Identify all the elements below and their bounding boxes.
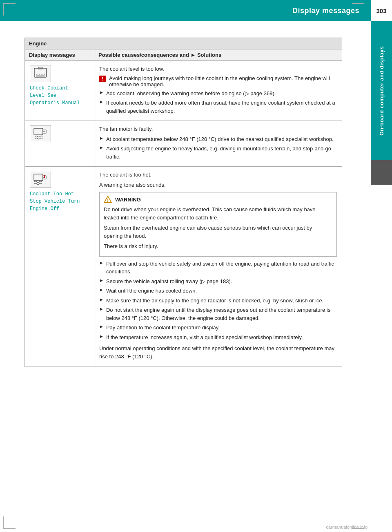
corner-bl — [3, 516, 16, 529]
intro-text-3a: The coolant is too hot. — [99, 171, 337, 179]
page-number: 303 — [371, 0, 392, 21]
bullet-text-2-2: Avoid subjecting the engine to heavy loa… — [106, 145, 337, 161]
warning-para-1: Do not drive when your engine is overhea… — [104, 206, 332, 221]
causes-text-3: The coolant is too hot. A warning tone a… — [99, 171, 337, 360]
bullet-1-2: ► If coolant needs to be added more ofte… — [99, 99, 337, 115]
bullet-text-2-1: At coolant temperatures below 248 °F (12… — [106, 135, 334, 143]
causes-cell-2: The fan motor is faulty. ► At coolant te… — [94, 121, 342, 167]
arrow-icon: ► — [99, 260, 104, 265]
sidebar-tab-label: On-board computer and displays — [379, 46, 385, 136]
coolant-hot-icon — [33, 173, 48, 186]
arrow-icon: ► — [99, 306, 104, 311]
watermark: carmanualonline.info — [326, 525, 368, 530]
arrow-icon: ► — [99, 278, 104, 283]
coolant-check-label: Check CoolantLevel SeeOperator's Manual — [30, 85, 80, 107]
sidebar-tab: On-board computer and displays — [371, 21, 392, 160]
arrow-icon: ► — [99, 145, 104, 150]
main-content: Engine Display messages Possible causes/… — [0, 21, 371, 379]
bullet-2-2: ► Avoid subjecting the engine to heavy l… — [99, 145, 337, 161]
warning-note-1: ! Avoid making long journeys with too li… — [99, 75, 337, 87]
warning-block-header: ! WARNING — [104, 196, 332, 203]
fan-motor-icon — [33, 127, 48, 140]
header-title: Display messages — [292, 7, 359, 15]
bullet-3-5: ► Do not start the engine again until th… — [99, 306, 337, 322]
causes-cell-3: The coolant is too hot. A warning tone a… — [94, 167, 342, 367]
engine-table: Engine Display messages Possible causes/… — [24, 38, 342, 367]
bullet-text-3-3: Wait until the engine has cooled down. — [106, 287, 197, 295]
arrow-icon: ► — [99, 324, 104, 329]
arrow-icon: ► — [99, 334, 104, 339]
bullet-text-3-1: Pull over and stop the vehicle safely an… — [106, 260, 337, 276]
display-icon-wrap-2 — [30, 125, 89, 145]
warning-triangle-icon: ! — [104, 196, 112, 203]
arrow-icon: ► — [99, 90, 104, 95]
warning-label: WARNING — [115, 197, 141, 203]
display-cell-3: Coolant Too HotStop Vehicle TurnEngine O… — [25, 167, 94, 367]
warning-note-text-1: Avoid making long journeys with too litt… — [109, 75, 337, 87]
bullet-3-1: ► Pull over and stop the vehicle safely … — [99, 260, 337, 276]
bullet-3-2: ► Secure the vehicle against rolling awa… — [99, 277, 337, 286]
corner-tl — [3, 3, 16, 16]
bullet-text-3-7: If the temperature increases again, visi… — [106, 333, 303, 342]
svg-rect-3 — [36, 75, 45, 77]
arrow-icon: ► — [99, 297, 104, 302]
bullet-3-6: ► Pay attention to the coolant temperatu… — [99, 324, 337, 332]
display-cell-1: Check CoolantLevel SeeOperator's Manual — [25, 61, 94, 121]
bullet-3-7: ► If the temperature increases again, vi… — [99, 333, 337, 342]
bullet-text-1-2: If coolant needs to be added more often … — [106, 99, 337, 115]
section-header: Engine — [25, 38, 342, 49]
svg-rect-7 — [34, 174, 43, 181]
bullet-text-3-4: Make sure that the air supply to the eng… — [106, 297, 324, 305]
svg-text:!: ! — [107, 198, 108, 203]
bullet-2-1: ► At coolant temperatures below 248 °F (… — [99, 135, 337, 143]
bullet-text-3-2: Secure the vehicle against rolling away … — [106, 277, 232, 286]
corner-tr — [352, 3, 364, 16]
intro-text-3b: A warning tone also sounds. — [99, 181, 337, 189]
coolant-hot-label: Coolant Too HotStop Vehicle TurnEngine O… — [30, 190, 80, 212]
outro-text-3: Under normal operating conditions and wi… — [99, 344, 337, 360]
display-icon-wrap-1: Check CoolantLevel SeeOperator's Manual — [30, 65, 89, 107]
display-icon-wrap-3: Coolant Too HotStop Vehicle TurnEngine O… — [30, 171, 89, 212]
bullet-text-3-5: Do not start the engine again until the … — [106, 306, 337, 322]
intro-text-2: The fan motor is faulty. — [99, 125, 337, 133]
warning-block: ! WARNING Do not drive when your engine … — [99, 192, 337, 257]
table-row: Check CoolantLevel SeeOperator's Manual … — [25, 61, 342, 121]
warning-para-3: There is a risk of injury. — [104, 242, 332, 250]
bullet-3-3: ► Wait until the engine has cooled down. — [99, 287, 337, 295]
bullet-text-3-6: Pay attention to the coolant temperature… — [106, 324, 220, 332]
warning-para-2: Steam from the overheated engine can als… — [104, 224, 332, 240]
bullet-1-1: ► Add coolant, observing the warning not… — [99, 89, 337, 98]
col2-header: Possible causes/consequences and ► Solut… — [94, 49, 342, 61]
bullet-3-4: ► Make sure that the air supply to the e… — [99, 297, 337, 305]
col1-header: Display messages — [25, 49, 94, 61]
warning-square-icon: ! — [99, 76, 106, 82]
table-row: The fan motor is faulty. ► At coolant te… — [25, 121, 342, 167]
coolant-hot-icon-box — [30, 171, 51, 188]
svg-rect-4 — [34, 128, 43, 135]
sidebar-marker — [371, 160, 392, 185]
arrow-icon: ► — [99, 99, 104, 104]
header-bar: Display messages 303 — [0, 0, 392, 21]
coolant-check-icon-box — [30, 65, 51, 82]
intro-text-1: The coolant level is too low. — [99, 65, 337, 73]
causes-cell-1: The coolant level is too low. ! Avoid ma… — [94, 61, 342, 121]
causes-text-2: The fan motor is faulty. ► At coolant te… — [99, 125, 337, 161]
fan-motor-icon-box — [30, 125, 51, 142]
bullet-text-1-1: Add coolant, observing the warning notes… — [106, 89, 276, 98]
coolant-check-icon — [33, 67, 48, 80]
column-header-row: Display messages Possible causes/consequ… — [25, 49, 342, 61]
arrow-icon: ► — [99, 136, 104, 141]
arrow-icon: ► — [99, 287, 104, 292]
causes-text-1: The coolant level is too low. ! Avoid ma… — [99, 65, 337, 115]
display-cell-2 — [25, 121, 94, 167]
table-row: Coolant Too HotStop Vehicle TurnEngine O… — [25, 167, 342, 367]
